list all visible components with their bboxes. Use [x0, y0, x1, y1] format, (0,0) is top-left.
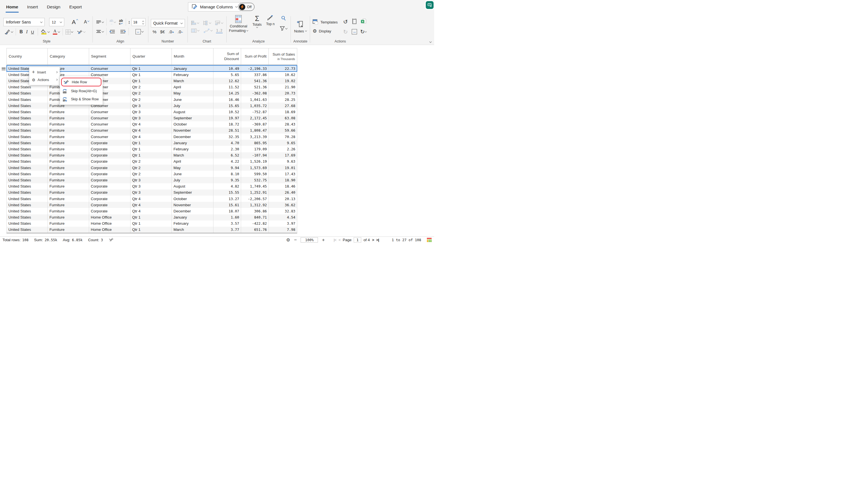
table-cell[interactable]: United States: [7, 102, 48, 109]
table-cell[interactable]: 26.40: [269, 189, 297, 195]
hide-stats-button[interactable]: [109, 238, 114, 242]
table-cell[interactable]: October: [172, 195, 213, 202]
zoom-out-button[interactable]: −: [294, 238, 297, 242]
column-header-discount[interactable]: Sum of Discount: [213, 48, 241, 65]
table-cell[interactable]: August: [172, 109, 213, 115]
table-cell[interactable]: December: [172, 208, 213, 214]
table-cell[interactable]: Furniture: [48, 171, 89, 177]
table-cell[interactable]: 12.62: [213, 78, 241, 84]
fit-cell-button[interactable]: ↔: [135, 29, 144, 35]
table-cell[interactable]: 19.02: [269, 78, 297, 84]
table-cell[interactable]: 9.94: [213, 164, 241, 171]
table-cell[interactable]: -369.87: [241, 121, 269, 127]
table-cell[interactable]: 1,035.72: [241, 102, 269, 109]
table-cell[interactable]: 599.50: [241, 171, 269, 177]
table-cell[interactable]: 36.62: [269, 202, 297, 208]
table-cell[interactable]: 1,749.45: [241, 183, 269, 189]
table-cell[interactable]: Qtr 3: [130, 115, 172, 121]
table-cell[interactable]: Corporate: [89, 164, 130, 171]
table-cell[interactable]: Corporate: [89, 195, 130, 202]
number-format-button[interactable]: 1.2: [216, 28, 223, 33]
table-cell[interactable]: 5.65: [213, 71, 241, 78]
table-cell[interactable]: December: [172, 133, 213, 140]
context-menu-item-actions[interactable]: ⚙ Actions: [29, 76, 60, 84]
table-cell[interactable]: 63.08: [269, 115, 297, 121]
table-cell[interactable]: Furniture: [48, 109, 89, 115]
license-badge-icon[interactable]: [426, 1, 434, 9]
submenu-item-hide-row[interactable]: Hide Row: [61, 78, 101, 86]
notes-button[interactable]: Notes: [294, 21, 307, 33]
table-cell[interactable]: United States: [7, 158, 48, 164]
table-cell[interactable]: Corporate: [89, 177, 130, 183]
table-cell[interactable]: United States: [7, 90, 48, 96]
table-cell[interactable]: 179.09: [241, 146, 269, 152]
table-cell[interactable]: November: [172, 202, 213, 208]
table-row[interactable]: United StatesFurnitureCorporateQtr 2May9…: [7, 164, 297, 171]
display-button[interactable]: ⚙ Display: [313, 27, 338, 36]
table-cell[interactable]: Furniture: [48, 152, 89, 158]
first-page-button[interactable]: |<: [334, 238, 336, 242]
table-cell[interactable]: 10.62: [269, 71, 297, 78]
table-cell[interactable]: 17.43: [269, 171, 297, 177]
table-cell[interactable]: Consumer: [89, 121, 130, 127]
table-cell[interactable]: 9.65: [269, 140, 297, 146]
table-row[interactable]: United StatesFurnitureCorporateQtr 3Sept…: [7, 189, 297, 195]
table-cell[interactable]: Corporate: [89, 208, 130, 214]
table-cell[interactable]: April: [172, 84, 213, 90]
table-cell[interactable]: Qtr 4: [130, 202, 172, 208]
table-row[interactable]: United StatesFurnitureCorporateQtr 1Febr…: [7, 146, 297, 152]
table-cell[interactable]: 9.63: [269, 158, 297, 164]
table-cell[interactable]: -422.82: [241, 220, 269, 226]
table-cell[interactable]: 651.76: [241, 226, 269, 233]
table-cell[interactable]: Consumer: [89, 109, 130, 115]
font-name-select[interactable]: Inforiver Sans: [3, 18, 45, 26]
table-cell[interactable]: Furniture: [48, 146, 89, 152]
export-excel-button[interactable]: X: [361, 19, 366, 25]
table-cell[interactable]: Qtr 1: [130, 214, 172, 220]
format-painter-button[interactable]: [3, 29, 14, 35]
table-cell[interactable]: Furniture: [48, 127, 89, 133]
table-cell[interactable]: United States: [7, 220, 48, 226]
table-cell[interactable]: 32.83: [269, 208, 297, 214]
table-cell[interactable]: 59.66: [269, 127, 297, 133]
table-cell[interactable]: 2.30: [213, 146, 241, 152]
decrease-decimal-button[interactable]: .0−: [178, 29, 183, 34]
table-cell[interactable]: 20.73: [269, 90, 297, 96]
table-cell[interactable]: 1,808.47: [241, 127, 269, 133]
table-cell[interactable]: 541.36: [241, 78, 269, 84]
table-cell[interactable]: Corporate: [89, 202, 130, 208]
table-cell[interactable]: 14.25: [213, 90, 241, 96]
table-cell[interactable]: 22.73: [269, 65, 297, 71]
table-cell[interactable]: Home Office: [89, 226, 130, 233]
table-cell[interactable]: Corporate: [89, 158, 130, 164]
table-cell[interactable]: September: [172, 189, 213, 195]
table-row[interactable]: United StatesFurnitureCorporateQtr 4Dece…: [7, 208, 297, 214]
table-cell[interactable]: 521.36: [241, 84, 269, 90]
table-cell[interactable]: 18.90: [269, 177, 297, 183]
table-cell[interactable]: 18.07: [213, 208, 241, 214]
table-cell[interactable]: United States: [7, 121, 48, 127]
table-row[interactable]: United StatesFurnitureCorporateQtr 1Janu…: [7, 140, 297, 146]
table-cell[interactable]: Consumer: [89, 65, 130, 71]
table-row[interactable]: United StatesFurnitureHome OfficeQtr 1Fe…: [7, 220, 297, 226]
underline-button[interactable]: U: [29, 30, 36, 34]
table-cell[interactable]: 27.68: [269, 102, 297, 109]
table-row[interactable]: United StatesFurnitureCorporateQtr 4Octo…: [7, 195, 297, 202]
table-cell[interactable]: Qtr 2: [130, 90, 172, 96]
table-row[interactable]: United StatesFurnitureConsumerQtr 3Septe…: [7, 115, 297, 121]
table-cell[interactable]: 18.46: [269, 183, 297, 189]
refresh-button[interactable]: ↻: [359, 29, 367, 35]
table-cell[interactable]: United States: [7, 189, 48, 195]
settings-gear-button[interactable]: ⚙: [286, 238, 290, 242]
table-cell[interactable]: 8.10: [213, 171, 241, 177]
table-cell[interactable]: 6.52: [213, 152, 241, 158]
table-cell[interactable]: Furniture: [48, 140, 89, 146]
table-cell[interactable]: Qtr 3: [130, 189, 172, 195]
table-cell[interactable]: Furniture: [48, 158, 89, 164]
table-cell[interactable]: 7.98: [269, 226, 297, 233]
decrease-font-size-button[interactable]: A: [83, 19, 90, 25]
table-cell[interactable]: Qtr 3: [130, 109, 172, 115]
table-cell[interactable]: January: [172, 65, 213, 71]
table-cell[interactable]: 18.72: [213, 121, 241, 127]
table-cell[interactable]: 4.82: [213, 183, 241, 189]
